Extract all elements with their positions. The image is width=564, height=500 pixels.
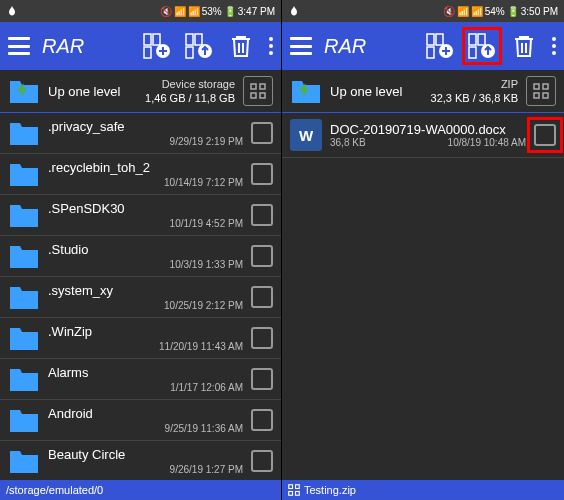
svg-rect-16	[469, 34, 476, 45]
list-item[interactable]: Beauty Circle9/26/19 1:27 PM	[0, 441, 281, 480]
list-item[interactable]: .privacy_safe9/29/19 2:19 PM	[0, 113, 281, 154]
up-label: Up one level	[330, 84, 423, 99]
file-list: Up one level Device storage 1,46 GB / 11…	[0, 70, 281, 480]
folder-up-icon	[290, 77, 322, 105]
path-text: /storage/emulated/0	[6, 484, 103, 496]
list-item[interactable]: .recyclebin_toh_210/14/19 7:12 PM	[0, 154, 281, 195]
archive-icon	[288, 484, 300, 496]
list-item[interactable]: Android9/25/19 11:36 AM	[0, 400, 281, 441]
file-name: .system_xy	[48, 283, 243, 298]
svg-rect-13	[427, 47, 434, 58]
battery-icon: 🔋	[224, 6, 236, 17]
more-icon[interactable]	[269, 37, 273, 55]
list-item[interactable]: Alarms1/1/17 12:06 AM	[0, 359, 281, 400]
list-item[interactable]: .SPenSDK3010/1/19 4:52 PM	[0, 195, 281, 236]
path-bar: Testing.zip	[282, 480, 564, 500]
svg-rect-23	[543, 93, 548, 98]
app-header: RAR	[282, 22, 564, 70]
file-name: DOC-20190719-WA0000.docx	[330, 122, 526, 137]
svg-rect-4	[186, 34, 193, 45]
wifi-icon: 📶	[457, 6, 469, 17]
archive-add-button[interactable]	[426, 33, 454, 59]
folder-icon	[8, 365, 40, 393]
mute-icon: 🔇	[160, 6, 172, 17]
battery-icon: 🔋	[507, 6, 519, 17]
file-date: 10/1/19 4:52 PM	[48, 218, 243, 229]
folder-icon	[8, 447, 40, 475]
app-header: RAR	[0, 22, 281, 70]
checkbox[interactable]	[251, 450, 273, 472]
checkbox[interactable]	[251, 122, 273, 144]
delete-button[interactable]	[227, 33, 255, 59]
archive-extract-button[interactable]	[185, 33, 213, 59]
file-date: 9/29/19 2:19 PM	[48, 136, 243, 147]
phone-left: 🔇 📶 📶 53% 🔋 3:47 PM RAR	[0, 0, 282, 500]
svg-rect-22	[534, 93, 539, 98]
checkbox[interactable]	[251, 245, 273, 267]
checkbox[interactable]	[251, 327, 273, 349]
folder-icon	[8, 201, 40, 229]
archive-extract-button[interactable]	[468, 33, 496, 59]
svg-rect-12	[427, 34, 434, 45]
file-size: 36,8 KB	[330, 137, 366, 148]
signal-icon: 📶	[471, 6, 483, 17]
battery-text: 53%	[202, 6, 222, 17]
archive-add-button[interactable]	[143, 33, 171, 59]
svg-rect-17	[469, 47, 476, 58]
up-one-level[interactable]: Up one level ZIP 32,3 KB / 36,8 KB	[282, 70, 564, 113]
svg-rect-24	[289, 485, 293, 489]
svg-rect-25	[296, 485, 300, 489]
checkbox[interactable]	[534, 124, 556, 146]
checkbox[interactable]	[251, 368, 273, 390]
file-date: 9/26/19 1:27 PM	[48, 464, 243, 475]
file-name: .SPenSDK30	[48, 201, 243, 216]
svg-rect-10	[251, 93, 256, 98]
menu-icon[interactable]	[8, 37, 30, 55]
list-item[interactable]: .system_xy10/25/19 2:12 PM	[0, 277, 281, 318]
list-item[interactable]: WDOC-20190719-WA0000.docx36,8 KB10/8/19 …	[282, 113, 564, 158]
file-list: Up one level ZIP 32,3 KB / 36,8 KB WDOC-…	[282, 70, 564, 480]
svg-rect-14	[436, 34, 443, 45]
status-bar: 🔇 📶 📶 53% 🔋 3:47 PM	[0, 0, 281, 22]
list-item[interactable]: .Studio10/3/19 1:33 PM	[0, 236, 281, 277]
svg-rect-0	[144, 34, 151, 45]
checkbox[interactable]	[251, 163, 273, 185]
more-icon[interactable]	[552, 37, 556, 55]
svg-rect-11	[260, 93, 265, 98]
up-one-level[interactable]: Up one level Device storage 1,46 GB / 11…	[0, 70, 281, 113]
wifi-icon: 📶	[174, 6, 186, 17]
file-name: .WinZip	[48, 324, 243, 339]
checkbox[interactable]	[251, 204, 273, 226]
storage-info: ZIP 32,3 KB / 36,8 KB	[431, 77, 518, 106]
folder-icon	[8, 283, 40, 311]
svg-rect-8	[251, 84, 256, 89]
storage-info: Device storage 1,46 GB / 11,8 GB	[145, 77, 235, 106]
folder-icon	[8, 160, 40, 188]
view-toggle-button[interactable]	[243, 76, 273, 106]
folder-icon	[8, 242, 40, 270]
folder-icon	[8, 119, 40, 147]
mute-icon: 🔇	[443, 6, 455, 17]
checkbox[interactable]	[251, 286, 273, 308]
file-name: .recyclebin_toh_2	[48, 160, 243, 175]
app-title: RAR	[42, 35, 135, 58]
file-date: 10/25/19 2:12 PM	[48, 300, 243, 311]
svg-rect-27	[296, 492, 300, 496]
word-file-icon: W	[290, 119, 322, 151]
signal-icon: 📶	[188, 6, 200, 17]
svg-rect-26	[289, 492, 293, 496]
path-text: Testing.zip	[304, 484, 356, 496]
file-name: .Studio	[48, 242, 243, 257]
svg-rect-18	[478, 34, 485, 45]
list-item[interactable]: .WinZip11/20/19 11:43 AM	[0, 318, 281, 359]
delete-button[interactable]	[510, 33, 538, 59]
view-toggle-button[interactable]	[526, 76, 556, 106]
time-text: 3:47 PM	[238, 6, 275, 17]
menu-icon[interactable]	[290, 37, 312, 55]
checkbox[interactable]	[251, 409, 273, 431]
folder-icon	[8, 324, 40, 352]
file-name: Android	[48, 406, 243, 421]
battery-text: 54%	[485, 6, 505, 17]
flame-icon	[6, 5, 18, 17]
file-name: Alarms	[48, 365, 243, 380]
